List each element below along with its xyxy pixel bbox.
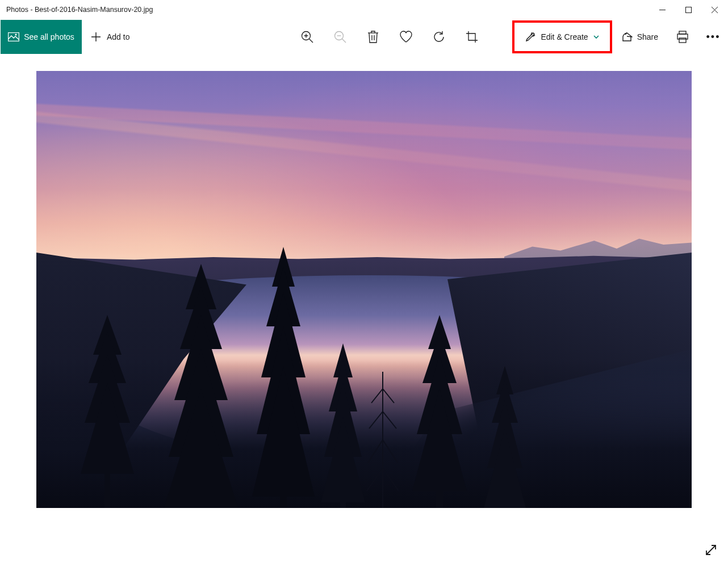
add-to-label: Add to xyxy=(107,32,129,41)
share-icon xyxy=(621,31,633,43)
window-controls xyxy=(649,1,727,19)
rotate-button[interactable] xyxy=(422,20,455,54)
svg-line-33 xyxy=(369,411,383,429)
more-options-button[interactable]: ••• xyxy=(699,20,727,54)
maximize-icon xyxy=(685,7,692,13)
close-icon xyxy=(712,7,718,13)
close-button[interactable] xyxy=(701,1,727,19)
trash-icon xyxy=(367,31,379,43)
zoom-in-icon xyxy=(301,31,313,43)
delete-button[interactable] xyxy=(357,20,390,54)
zoom-out-icon xyxy=(334,31,346,43)
see-all-photos-label: See all photos xyxy=(24,32,74,41)
zoom-in-button[interactable] xyxy=(291,20,324,54)
minimize-button[interactable] xyxy=(649,1,675,19)
svg-rect-29 xyxy=(340,491,346,508)
toolbar: See all photos Add to xyxy=(1,19,727,55)
svg-rect-18 xyxy=(197,491,205,508)
svg-line-32 xyxy=(383,389,394,403)
crop-button[interactable] xyxy=(455,20,488,54)
svg-point-2 xyxy=(15,33,17,35)
displayed-photo[interactable] xyxy=(36,71,692,508)
add-to-button[interactable]: Add to xyxy=(82,20,139,54)
edit-create-icon xyxy=(525,31,536,43)
favorite-button[interactable] xyxy=(390,20,422,54)
window-title: Photos - Best-of-2016-Nasim-Mansurov-20.… xyxy=(6,6,153,14)
crop-icon xyxy=(466,31,478,43)
print-button[interactable] xyxy=(666,20,699,54)
share-button[interactable]: Share xyxy=(613,20,666,54)
plus-icon xyxy=(91,32,101,42)
svg-rect-24 xyxy=(280,485,287,508)
ellipsis-icon: ••• xyxy=(706,31,721,43)
minimize-icon xyxy=(659,7,666,13)
maximize-button[interactable] xyxy=(675,1,701,19)
photos-app-window: Photos - Best-of-2016-Nasim-Mansurov-20.… xyxy=(0,0,728,567)
svg-rect-12 xyxy=(104,463,110,508)
svg-line-38 xyxy=(383,468,399,491)
svg-rect-5 xyxy=(679,31,686,34)
edit-and-create-button[interactable]: Edit & Create xyxy=(512,20,612,53)
svg-marker-11 xyxy=(81,383,134,474)
svg-rect-0 xyxy=(685,7,691,12)
zoom-out-button[interactable] xyxy=(324,20,357,54)
svg-line-37 xyxy=(367,468,383,491)
titlebar: Photos - Best-of-2016-Nasim-Mansurov-20.… xyxy=(1,1,727,19)
svg-marker-28 xyxy=(321,417,365,502)
diagonal-resize-icon xyxy=(705,544,717,556)
photo-viewer xyxy=(1,55,727,566)
svg-rect-43 xyxy=(436,480,443,508)
see-all-photos-button[interactable]: See all photos xyxy=(1,20,82,54)
svg-marker-42 xyxy=(412,389,467,491)
svg-line-36 xyxy=(383,440,398,463)
svg-line-34 xyxy=(383,411,396,429)
svg-rect-48 xyxy=(502,497,508,508)
heart-icon xyxy=(399,31,413,43)
print-icon xyxy=(676,31,689,43)
svg-line-31 xyxy=(371,389,383,403)
photos-collection-icon xyxy=(8,32,19,41)
svg-rect-7 xyxy=(679,38,686,43)
svg-line-35 xyxy=(368,440,383,463)
chevron-down-icon xyxy=(593,33,600,40)
edit-and-create-label: Edit & Create xyxy=(541,32,588,41)
enter-fullscreen-button[interactable] xyxy=(705,544,717,558)
share-label: Share xyxy=(637,32,658,41)
rotate-icon xyxy=(433,31,445,43)
